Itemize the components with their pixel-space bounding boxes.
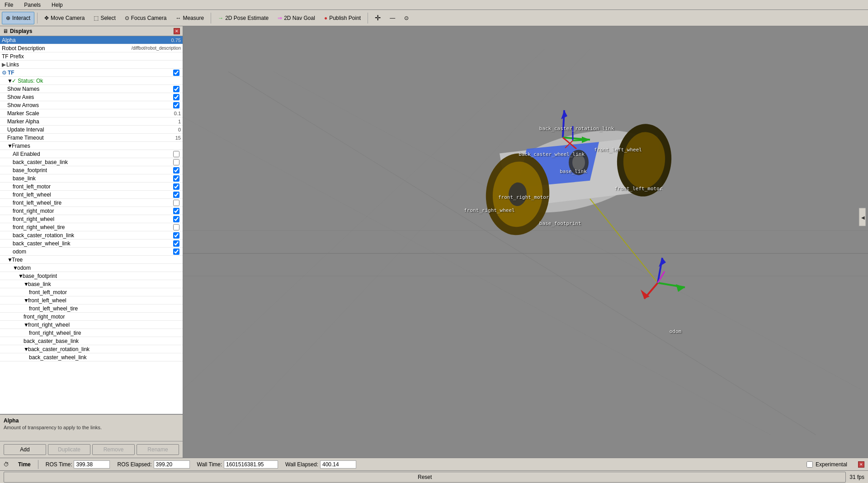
2d-nav-button[interactable]: ⇒ 2D Nav Goal bbox=[274, 12, 319, 24]
displays-list[interactable]: Alpha 0.75 Robot Description /diffbot/ro… bbox=[0, 36, 183, 414]
ros-elapsed-input[interactable] bbox=[154, 460, 190, 469]
measure-button[interactable]: ↔ Measure bbox=[171, 12, 208, 24]
row-back-caster-rotation[interactable]: back_caster_rotation_link bbox=[0, 231, 183, 239]
back-caster-base-label: back_caster_base_link bbox=[13, 159, 172, 165]
svg-line-4 bbox=[228, 72, 816, 435]
row-front-left-motor[interactable]: front_left_motor bbox=[0, 183, 183, 191]
row-front-right-wheel-tire[interactable]: front_right_wheel_tire bbox=[0, 223, 183, 231]
tree-back-caster-rotation-expand[interactable]: ▼ bbox=[24, 346, 28, 352]
move-camera-button[interactable]: ✥ Move Camera bbox=[40, 12, 89, 24]
row-links[interactable]: ▶ Links bbox=[0, 61, 183, 69]
extra-btn-1[interactable]: ✛ bbox=[371, 12, 385, 24]
row-alpha[interactable]: Alpha 0.75 bbox=[0, 36, 183, 44]
base-link-checkbox[interactable] bbox=[173, 175, 179, 182]
show-axes-checkbox[interactable] bbox=[173, 94, 179, 100]
row-base-footprint[interactable]: base_footprint bbox=[0, 166, 183, 174]
odom-checkbox[interactable] bbox=[173, 249, 179, 255]
2d-pose-button[interactable]: → 2D Pose Estimate bbox=[214, 12, 273, 24]
row-show-axes[interactable]: Show Axes bbox=[0, 93, 183, 101]
back-caster-wheel-checkbox[interactable] bbox=[173, 240, 179, 247]
statusbar-close-button[interactable]: ✕ bbox=[858, 461, 864, 468]
focus-camera-button[interactable]: ⊙ Focus Camera bbox=[121, 12, 171, 24]
remove-button[interactable]: Remove bbox=[92, 444, 135, 455]
row-robot-desc[interactable]: Robot Description /diffbot/robot_descrip… bbox=[0, 44, 183, 52]
rename-button[interactable]: Rename bbox=[137, 444, 179, 455]
row-tree[interactable]: ▼ Tree bbox=[0, 256, 183, 264]
reset-button[interactable]: Reset bbox=[4, 472, 846, 483]
show-names-checkbox[interactable] bbox=[173, 86, 179, 92]
tree-base-footprint-expand[interactable]: ▼ bbox=[18, 273, 23, 279]
back-caster-rotation-checkbox[interactable] bbox=[173, 232, 179, 239]
front-left-wheel-checkbox[interactable] bbox=[173, 192, 179, 198]
tf-checkbox[interactable] bbox=[173, 70, 179, 76]
add-button[interactable]: Add bbox=[4, 444, 46, 455]
menu-help[interactable]: Help bbox=[49, 1, 66, 9]
select-icon: ⬚ bbox=[94, 15, 99, 21]
tree-odom-label: odom bbox=[17, 265, 181, 271]
menu-file[interactable]: File bbox=[2, 1, 16, 9]
links-expand-icon[interactable]: ▶ bbox=[2, 61, 6, 68]
tree-front-left-wheel-expand[interactable]: ▼ bbox=[24, 297, 28, 304]
row-show-names[interactable]: Show Names bbox=[0, 85, 183, 93]
row-front-right-motor[interactable]: front_right_motor bbox=[0, 207, 183, 215]
row-front-left-wheel[interactable]: front_left_wheel bbox=[0, 191, 183, 199]
row-back-caster-base[interactable]: back_caster_base_link bbox=[0, 158, 183, 166]
tree-expand-icon[interactable]: ▼ bbox=[7, 257, 12, 263]
row-front-right-wheel[interactable]: front_right_wheel bbox=[0, 215, 183, 223]
select-button[interactable]: ⬚ Select bbox=[90, 12, 119, 24]
extra-btn-3[interactable]: ⊙ bbox=[400, 12, 413, 24]
row-update-interval[interactable]: Update Interval 0 bbox=[0, 126, 183, 134]
experimental-checkbox[interactable] bbox=[807, 461, 813, 468]
front-right-wheel-tire-checkbox[interactable] bbox=[173, 224, 179, 230]
time-title: Time bbox=[18, 461, 31, 468]
tree-base-link-expand[interactable]: ▼ bbox=[24, 281, 28, 287]
tree-odom-expand[interactable]: ▼ bbox=[13, 265, 17, 271]
viewport[interactable]: ◀ back_caster_rotation_link back_caster_… bbox=[183, 26, 868, 458]
row-tf[interactable]: ⚙ TF bbox=[0, 69, 183, 77]
toolbar-separator-1 bbox=[37, 13, 38, 23]
frames-expand-icon[interactable]: ▼ bbox=[7, 143, 12, 149]
publish-point-button[interactable]: ● Publish Point bbox=[320, 12, 365, 24]
tf-expand-icon[interactable]: ⚙ bbox=[2, 70, 7, 76]
back-caster-base-checkbox-cell bbox=[172, 159, 181, 165]
wall-elapsed-input[interactable] bbox=[320, 460, 356, 469]
svg-line-21 bbox=[658, 258, 662, 283]
duplicate-button[interactable]: Duplicate bbox=[48, 444, 90, 455]
row-base-link[interactable]: base_link bbox=[0, 174, 183, 183]
front-left-wheel-tire-checkbox[interactable] bbox=[173, 200, 179, 206]
row-back-caster-wheel[interactable]: back_caster_wheel_link bbox=[0, 239, 183, 248]
interact-button[interactable]: ⊕ Interact bbox=[2, 12, 34, 24]
back-caster-base-checkbox[interactable] bbox=[173, 159, 179, 165]
all-enabled-checkbox[interactable] bbox=[173, 151, 179, 157]
base-footprint-checkbox-cell bbox=[172, 167, 181, 174]
svg-marker-10 bbox=[500, 135, 662, 208]
ros-time-input[interactable] bbox=[74, 460, 110, 469]
displays-close-button[interactable]: ✕ bbox=[174, 28, 180, 34]
row-all-enabled[interactable]: All Enabled bbox=[0, 150, 183, 158]
label-back-caster-wheel: back_caster_wheel_link bbox=[519, 151, 585, 157]
svg-marker-27 bbox=[561, 110, 567, 119]
front-right-motor-checkbox[interactable] bbox=[173, 208, 179, 214]
show-arrows-checkbox[interactable] bbox=[173, 102, 179, 108]
row-marker-alpha[interactable]: Marker Alpha 1 bbox=[0, 117, 183, 126]
row-frames[interactable]: ▼ Frames bbox=[0, 142, 183, 150]
select-label: Select bbox=[100, 15, 115, 21]
row-marker-scale[interactable]: Marker Scale 0.1 bbox=[0, 109, 183, 117]
front-left-motor-checkbox[interactable] bbox=[173, 183, 179, 190]
front-right-wheel-checkbox[interactable] bbox=[173, 216, 179, 222]
menu-panels[interactable]: Panels bbox=[21, 1, 43, 9]
show-names-checkbox-cell bbox=[172, 86, 181, 92]
extra-btn-2[interactable]: — bbox=[386, 12, 399, 24]
row-front-left-wheel-tire[interactable]: front_left_wheel_tire bbox=[0, 199, 183, 207]
row-show-arrows[interactable]: Show Arrows bbox=[0, 101, 183, 109]
status-expand-icon[interactable]: ▼ bbox=[7, 78, 12, 84]
row-odom[interactable]: odom bbox=[0, 248, 183, 256]
base-footprint-checkbox[interactable] bbox=[173, 167, 179, 174]
row-frame-timeout[interactable]: Frame Timeout 15 bbox=[0, 134, 183, 142]
info-description: Amount of transparency to apply to the l… bbox=[4, 425, 179, 430]
row-tf-prefix[interactable]: TF Prefix bbox=[0, 52, 183, 61]
info-panel: Alpha Amount of transparency to apply to… bbox=[0, 414, 183, 441]
base-footprint-label: base_footprint bbox=[13, 167, 172, 174]
tree-front-right-wheel-expand[interactable]: ▼ bbox=[24, 322, 28, 328]
wall-time-input[interactable] bbox=[224, 460, 278, 469]
